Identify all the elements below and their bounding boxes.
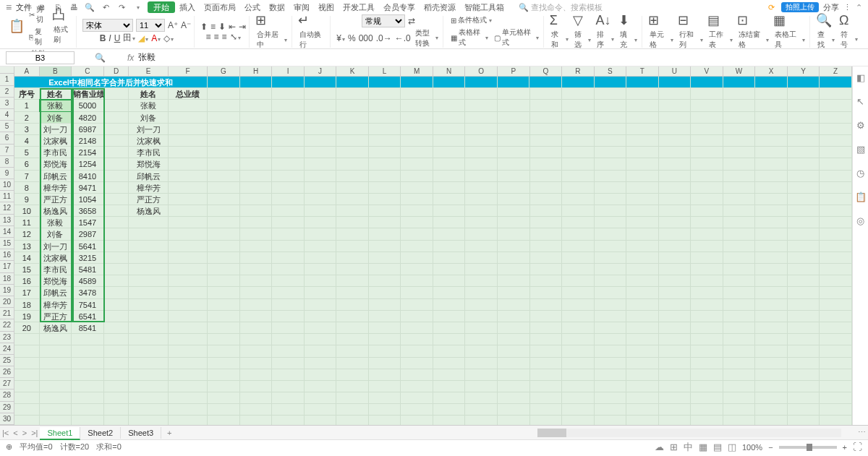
cell[interactable] xyxy=(755,147,788,158)
cell[interactable] xyxy=(169,252,208,264)
cell[interactable] xyxy=(465,392,498,404)
cell[interactable] xyxy=(169,392,208,404)
cell[interactable] xyxy=(336,124,369,135)
cell[interactable] xyxy=(305,322,337,334)
cell[interactable] xyxy=(626,275,659,287)
cell[interactable] xyxy=(208,77,240,88)
cell[interactable] xyxy=(755,322,788,334)
cell[interactable] xyxy=(820,264,852,275)
cell[interactable] xyxy=(401,287,433,298)
cell[interactable] xyxy=(169,124,208,135)
cell[interactable] xyxy=(104,416,129,425)
cell[interactable] xyxy=(433,77,466,88)
cell[interactable]: 杨逸风 xyxy=(129,205,168,217)
cell[interactable]: 邱帆云 xyxy=(40,287,72,298)
cell[interactable] xyxy=(465,299,498,311)
cell[interactable] xyxy=(240,217,273,228)
cell[interactable] xyxy=(369,100,401,111)
clipboard-icon[interactable]: 📋 xyxy=(855,192,867,202)
cell[interactable] xyxy=(498,287,530,298)
cell[interactable] xyxy=(369,322,401,334)
cell[interactable]: 严正方 xyxy=(40,311,72,322)
menu-dots-icon[interactable]: ⋯ xyxy=(856,428,868,437)
cell[interactable] xyxy=(659,171,692,182)
row-header[interactable]: 25 xyxy=(0,355,14,366)
cell[interactable] xyxy=(104,205,129,217)
cell[interactable]: 姓名 xyxy=(40,88,72,100)
cell[interactable] xyxy=(498,264,530,275)
cell[interactable] xyxy=(691,287,723,298)
cell[interactable] xyxy=(562,264,595,275)
cell[interactable] xyxy=(208,311,240,322)
cell[interactable] xyxy=(595,182,627,194)
cell[interactable] xyxy=(305,252,337,264)
cell[interactable] xyxy=(659,287,692,298)
cell[interactable] xyxy=(208,334,240,345)
cell[interactable] xyxy=(336,287,369,298)
cell[interactable] xyxy=(401,264,433,275)
cell[interactable] xyxy=(129,322,168,334)
cell[interactable]: 5481 xyxy=(72,264,104,275)
cell[interactable] xyxy=(788,228,820,240)
cell[interactable] xyxy=(465,369,498,381)
cell[interactable] xyxy=(595,264,627,275)
wrap-icon[interactable]: ↵ xyxy=(298,12,327,28)
cell[interactable] xyxy=(433,194,466,205)
dec-inc-icon[interactable]: .0→ xyxy=(376,33,392,43)
tab-prev-icon[interactable]: < xyxy=(11,429,20,437)
cell[interactable] xyxy=(72,416,104,425)
cell[interactable] xyxy=(169,182,208,194)
cell[interactable] xyxy=(595,287,627,298)
cell[interactable] xyxy=(433,100,466,111)
cell[interactable] xyxy=(788,100,820,111)
cell[interactable] xyxy=(788,194,820,205)
row-header[interactable]: 30 xyxy=(0,413,14,425)
cell[interactable] xyxy=(691,358,723,369)
cell[interactable] xyxy=(240,88,273,100)
cell[interactable] xyxy=(723,194,756,205)
menu-tab-7[interactable]: 开发工具 xyxy=(339,1,379,13)
cell[interactable] xyxy=(498,217,530,228)
row-header[interactable]: 10 xyxy=(0,179,14,191)
cell[interactable]: 2148 xyxy=(72,135,104,147)
cell[interactable] xyxy=(240,381,273,392)
cell[interactable] xyxy=(626,369,659,381)
cell[interactable] xyxy=(369,392,401,404)
cell[interactable] xyxy=(659,228,692,240)
cell[interactable] xyxy=(820,299,852,311)
menu-tab-3[interactable]: 公式 xyxy=(240,1,265,13)
cell[interactable]: 6 xyxy=(14,158,40,170)
cell[interactable]: 14 xyxy=(14,252,40,264)
cell[interactable] xyxy=(169,135,208,147)
collapse-ribbon-icon[interactable]: ⌃ xyxy=(856,3,862,12)
cell[interactable] xyxy=(129,358,168,369)
symbol-icon[interactable]: Ω xyxy=(839,13,859,28)
cell[interactable] xyxy=(305,358,337,369)
cell[interactable] xyxy=(208,205,240,217)
cell[interactable] xyxy=(530,147,563,158)
cell[interactable] xyxy=(433,112,466,124)
increase-font-icon[interactable]: A⁺ xyxy=(168,20,178,30)
cell[interactable] xyxy=(626,264,659,275)
cell[interactable] xyxy=(433,228,466,240)
cell[interactable] xyxy=(626,112,659,124)
cell[interactable] xyxy=(465,194,498,205)
formula-input[interactable]: 张毅 xyxy=(138,51,156,64)
cell[interactable] xyxy=(401,358,433,369)
cell[interactable] xyxy=(723,311,756,322)
underline-icon[interactable]: U xyxy=(114,33,121,43)
cell[interactable] xyxy=(562,416,595,425)
cell[interactable] xyxy=(465,416,498,425)
cell[interactable] xyxy=(272,345,305,357)
cell[interactable] xyxy=(626,194,659,205)
cell[interactable] xyxy=(336,252,369,264)
row-header[interactable]: 18 xyxy=(0,273,14,285)
italic-icon[interactable]: I xyxy=(109,33,111,43)
cell[interactable] xyxy=(788,322,820,334)
cell[interactable] xyxy=(104,392,129,404)
cell[interactable] xyxy=(465,252,498,264)
cell[interactable] xyxy=(336,345,369,357)
cell[interactable]: 17 xyxy=(14,287,40,298)
cell[interactable] xyxy=(788,77,820,88)
cell[interactable] xyxy=(104,369,129,381)
